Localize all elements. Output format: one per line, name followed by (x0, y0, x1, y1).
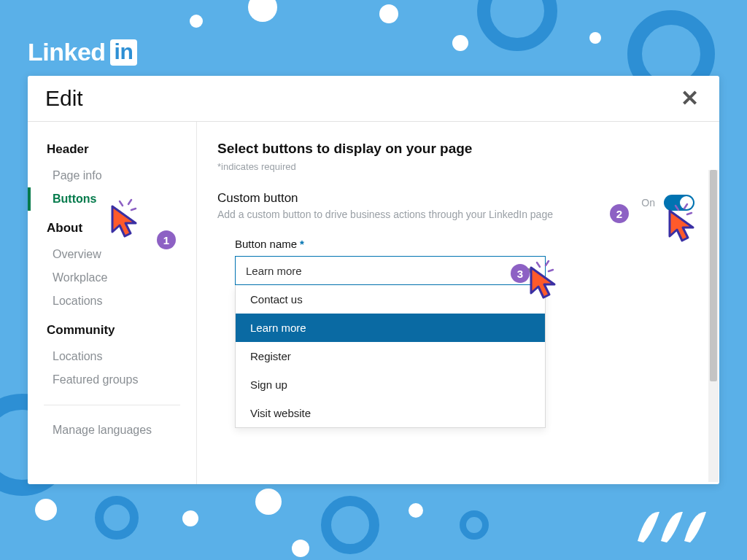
sidebar-item-workplace[interactable]: Workplace (28, 266, 196, 289)
bg-ring (321, 496, 379, 554)
sidebar-item-featured-groups[interactable]: Featured groups (28, 368, 196, 392)
sidebar-divider (44, 405, 180, 405)
modal-body: Header Page info Buttons About Overview … (28, 122, 719, 484)
dropdown-option-register[interactable]: Register (236, 342, 545, 370)
close-icon[interactable]: ✕ (681, 88, 699, 109)
scrollbar[interactable] (708, 170, 719, 482)
dropdown-option-contact-us[interactable]: Contact us (236, 285, 545, 314)
sidebar: Header Page info Buttons About Overview … (28, 122, 197, 484)
sidebar-item-manage-languages[interactable]: Manage languages (28, 419, 196, 442)
button-name-label-text: Button name (235, 238, 297, 250)
brand-word: Linked (28, 38, 106, 66)
sidebar-section-header: Header (28, 139, 196, 164)
toggle-label: On (641, 197, 655, 209)
button-name-select[interactable]: Learn more (235, 256, 546, 285)
bg-ring (460, 510, 489, 540)
bg-dot (255, 489, 282, 515)
required-hint: *indicates required (217, 161, 694, 172)
modal-title: Edit (45, 86, 83, 111)
waves-logo-icon (630, 505, 725, 548)
bg-dot (409, 503, 423, 518)
bg-dot (292, 540, 309, 557)
cursor-pointer-icon (109, 204, 143, 242)
dropdown-option-visit-website[interactable]: Visit website (236, 399, 545, 427)
brand-in-box: in (110, 39, 138, 66)
sidebar-item-locations[interactable]: Locations (28, 289, 196, 313)
dropdown-option-learn-more[interactable]: Learn more (236, 314, 545, 342)
main-content: Select buttons to display on your page *… (197, 122, 719, 484)
bg-dot (190, 15, 203, 28)
annotation-badge-3: 3 (511, 264, 530, 283)
sidebar-item-page-info[interactable]: Page info (28, 164, 196, 187)
bg-dot (379, 4, 398, 23)
bg-dot (248, 0, 277, 22)
cursor-pointer-icon (667, 209, 700, 246)
bg-dot (182, 510, 198, 526)
modal-header: Edit ✕ (28, 76, 719, 122)
button-name-label: Button name * (235, 238, 694, 250)
bg-dot (35, 499, 57, 521)
custom-button-subtitle: Add a custom button to drive business ac… (217, 209, 597, 220)
dropdown-option-sign-up[interactable]: Sign up (236, 370, 545, 399)
bg-ring (95, 496, 139, 540)
bg-dot (452, 35, 468, 51)
custom-button-title: Custom button (217, 191, 694, 206)
annotation-badge-1: 1 (157, 230, 176, 249)
main-heading: Select buttons to display on your page (217, 141, 694, 157)
bg-dot (589, 32, 601, 44)
sidebar-section-community: Community (28, 320, 196, 345)
button-name-selected-value: Learn more (246, 265, 302, 277)
button-name-dropdown: Contact us Learn more Register Sign up V… (235, 285, 546, 428)
scrollbar-thumb[interactable] (710, 170, 717, 381)
edit-modal: Edit ✕ Header Page info Buttons About Ov… (28, 76, 719, 484)
required-star-icon: * (300, 238, 304, 250)
sidebar-item-locations-2[interactable]: Locations (28, 345, 196, 368)
bg-ring (477, 0, 557, 51)
cursor-pointer-icon (528, 265, 562, 303)
annotation-badge-2: 2 (610, 204, 629, 223)
linkedin-logo: Linked in (28, 38, 137, 66)
